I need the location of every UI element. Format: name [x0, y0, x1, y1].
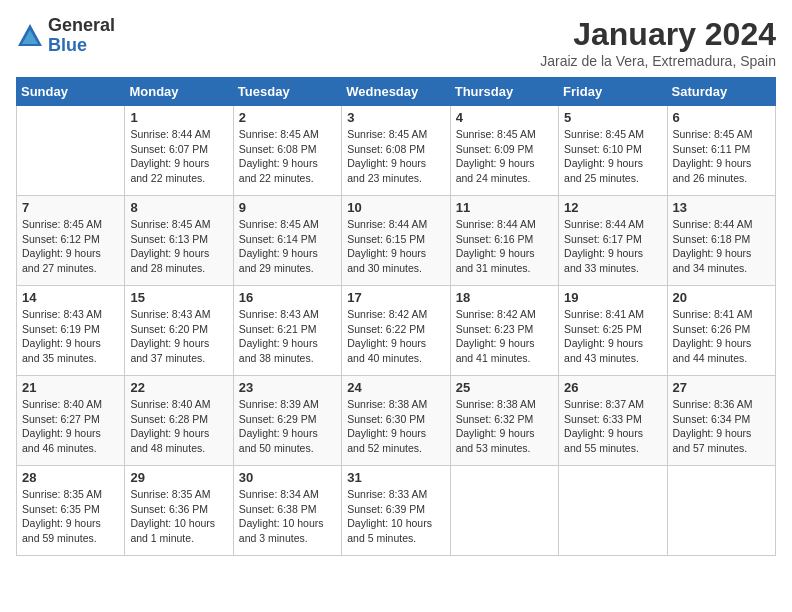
page-header: General Blue January 2024 Jaraiz de la V… [16, 16, 776, 69]
day-number: 10 [347, 200, 444, 215]
calendar-cell: 5Sunrise: 8:45 AMSunset: 6:10 PMDaylight… [559, 106, 667, 196]
calendar-week-row: 14Sunrise: 8:43 AMSunset: 6:19 PMDayligh… [17, 286, 776, 376]
day-number: 11 [456, 200, 553, 215]
day-number: 16 [239, 290, 336, 305]
day-number: 29 [130, 470, 227, 485]
day-info: Sunrise: 8:45 AMSunset: 6:14 PMDaylight:… [239, 217, 336, 276]
logo-text: General Blue [48, 16, 115, 56]
day-number: 7 [22, 200, 119, 215]
day-info: Sunrise: 8:37 AMSunset: 6:33 PMDaylight:… [564, 397, 661, 456]
calendar-cell: 21Sunrise: 8:40 AMSunset: 6:27 PMDayligh… [17, 376, 125, 466]
day-info: Sunrise: 8:45 AMSunset: 6:08 PMDaylight:… [239, 127, 336, 186]
weekday-header-saturday: Saturday [667, 78, 775, 106]
day-info: Sunrise: 8:44 AMSunset: 6:07 PMDaylight:… [130, 127, 227, 186]
day-info: Sunrise: 8:40 AMSunset: 6:27 PMDaylight:… [22, 397, 119, 456]
day-info: Sunrise: 8:34 AMSunset: 6:38 PMDaylight:… [239, 487, 336, 546]
calendar-cell: 24Sunrise: 8:38 AMSunset: 6:30 PMDayligh… [342, 376, 450, 466]
month-title: January 2024 [540, 16, 776, 53]
weekday-header-sunday: Sunday [17, 78, 125, 106]
logo-icon [16, 22, 44, 50]
calendar-cell: 22Sunrise: 8:40 AMSunset: 6:28 PMDayligh… [125, 376, 233, 466]
day-number: 25 [456, 380, 553, 395]
day-number: 31 [347, 470, 444, 485]
calendar-cell: 15Sunrise: 8:43 AMSunset: 6:20 PMDayligh… [125, 286, 233, 376]
calendar-cell: 18Sunrise: 8:42 AMSunset: 6:23 PMDayligh… [450, 286, 558, 376]
day-number: 28 [22, 470, 119, 485]
day-number: 23 [239, 380, 336, 395]
day-number: 1 [130, 110, 227, 125]
day-info: Sunrise: 8:40 AMSunset: 6:28 PMDaylight:… [130, 397, 227, 456]
calendar-cell: 6Sunrise: 8:45 AMSunset: 6:11 PMDaylight… [667, 106, 775, 196]
day-info: Sunrise: 8:44 AMSunset: 6:18 PMDaylight:… [673, 217, 770, 276]
day-number: 12 [564, 200, 661, 215]
calendar-cell: 9Sunrise: 8:45 AMSunset: 6:14 PMDaylight… [233, 196, 341, 286]
day-info: Sunrise: 8:45 AMSunset: 6:09 PMDaylight:… [456, 127, 553, 186]
day-number: 9 [239, 200, 336, 215]
day-info: Sunrise: 8:43 AMSunset: 6:21 PMDaylight:… [239, 307, 336, 366]
weekday-header-monday: Monday [125, 78, 233, 106]
day-info: Sunrise: 8:45 AMSunset: 6:11 PMDaylight:… [673, 127, 770, 186]
day-number: 3 [347, 110, 444, 125]
day-number: 26 [564, 380, 661, 395]
calendar-cell [450, 466, 558, 556]
day-number: 13 [673, 200, 770, 215]
calendar-cell [559, 466, 667, 556]
day-info: Sunrise: 8:41 AMSunset: 6:26 PMDaylight:… [673, 307, 770, 366]
day-number: 22 [130, 380, 227, 395]
calendar-cell: 23Sunrise: 8:39 AMSunset: 6:29 PMDayligh… [233, 376, 341, 466]
day-info: Sunrise: 8:35 AMSunset: 6:36 PMDaylight:… [130, 487, 227, 546]
calendar-cell [17, 106, 125, 196]
day-number: 15 [130, 290, 227, 305]
calendar-cell: 13Sunrise: 8:44 AMSunset: 6:18 PMDayligh… [667, 196, 775, 286]
calendar-cell: 19Sunrise: 8:41 AMSunset: 6:25 PMDayligh… [559, 286, 667, 376]
day-number: 24 [347, 380, 444, 395]
calendar-cell: 25Sunrise: 8:38 AMSunset: 6:32 PMDayligh… [450, 376, 558, 466]
day-number: 20 [673, 290, 770, 305]
calendar-cell: 7Sunrise: 8:45 AMSunset: 6:12 PMDaylight… [17, 196, 125, 286]
calendar-cell: 30Sunrise: 8:34 AMSunset: 6:38 PMDayligh… [233, 466, 341, 556]
title-area: January 2024 Jaraiz de la Vera, Extremad… [540, 16, 776, 69]
calendar-week-row: 7Sunrise: 8:45 AMSunset: 6:12 PMDaylight… [17, 196, 776, 286]
calendar-table: SundayMondayTuesdayWednesdayThursdayFrid… [16, 77, 776, 556]
calendar-cell: 29Sunrise: 8:35 AMSunset: 6:36 PMDayligh… [125, 466, 233, 556]
day-number: 6 [673, 110, 770, 125]
logo: General Blue [16, 16, 115, 56]
day-number: 21 [22, 380, 119, 395]
day-info: Sunrise: 8:43 AMSunset: 6:20 PMDaylight:… [130, 307, 227, 366]
calendar-cell: 4Sunrise: 8:45 AMSunset: 6:09 PMDaylight… [450, 106, 558, 196]
day-info: Sunrise: 8:43 AMSunset: 6:19 PMDaylight:… [22, 307, 119, 366]
calendar-cell: 2Sunrise: 8:45 AMSunset: 6:08 PMDaylight… [233, 106, 341, 196]
day-info: Sunrise: 8:38 AMSunset: 6:32 PMDaylight:… [456, 397, 553, 456]
day-info: Sunrise: 8:44 AMSunset: 6:17 PMDaylight:… [564, 217, 661, 276]
weekday-header-tuesday: Tuesday [233, 78, 341, 106]
day-info: Sunrise: 8:45 AMSunset: 6:10 PMDaylight:… [564, 127, 661, 186]
calendar-cell: 10Sunrise: 8:44 AMSunset: 6:15 PMDayligh… [342, 196, 450, 286]
calendar-cell: 27Sunrise: 8:36 AMSunset: 6:34 PMDayligh… [667, 376, 775, 466]
calendar-week-row: 21Sunrise: 8:40 AMSunset: 6:27 PMDayligh… [17, 376, 776, 466]
calendar-cell: 1Sunrise: 8:44 AMSunset: 6:07 PMDaylight… [125, 106, 233, 196]
calendar-cell: 17Sunrise: 8:42 AMSunset: 6:22 PMDayligh… [342, 286, 450, 376]
day-info: Sunrise: 8:44 AMSunset: 6:15 PMDaylight:… [347, 217, 444, 276]
calendar-week-row: 1Sunrise: 8:44 AMSunset: 6:07 PMDaylight… [17, 106, 776, 196]
day-info: Sunrise: 8:45 AMSunset: 6:12 PMDaylight:… [22, 217, 119, 276]
day-info: Sunrise: 8:42 AMSunset: 6:22 PMDaylight:… [347, 307, 444, 366]
calendar-cell [667, 466, 775, 556]
weekday-header-thursday: Thursday [450, 78, 558, 106]
calendar-week-row: 28Sunrise: 8:35 AMSunset: 6:35 PMDayligh… [17, 466, 776, 556]
calendar-cell: 12Sunrise: 8:44 AMSunset: 6:17 PMDayligh… [559, 196, 667, 286]
day-number: 4 [456, 110, 553, 125]
logo-general-text: General [48, 16, 115, 36]
day-number: 19 [564, 290, 661, 305]
day-number: 30 [239, 470, 336, 485]
day-info: Sunrise: 8:33 AMSunset: 6:39 PMDaylight:… [347, 487, 444, 546]
day-number: 8 [130, 200, 227, 215]
calendar-cell: 20Sunrise: 8:41 AMSunset: 6:26 PMDayligh… [667, 286, 775, 376]
day-info: Sunrise: 8:41 AMSunset: 6:25 PMDaylight:… [564, 307, 661, 366]
calendar-cell: 11Sunrise: 8:44 AMSunset: 6:16 PMDayligh… [450, 196, 558, 286]
calendar-cell: 31Sunrise: 8:33 AMSunset: 6:39 PMDayligh… [342, 466, 450, 556]
location-subtitle: Jaraiz de la Vera, Extremadura, Spain [540, 53, 776, 69]
calendar-cell: 16Sunrise: 8:43 AMSunset: 6:21 PMDayligh… [233, 286, 341, 376]
day-info: Sunrise: 8:42 AMSunset: 6:23 PMDaylight:… [456, 307, 553, 366]
day-info: Sunrise: 8:44 AMSunset: 6:16 PMDaylight:… [456, 217, 553, 276]
day-number: 18 [456, 290, 553, 305]
